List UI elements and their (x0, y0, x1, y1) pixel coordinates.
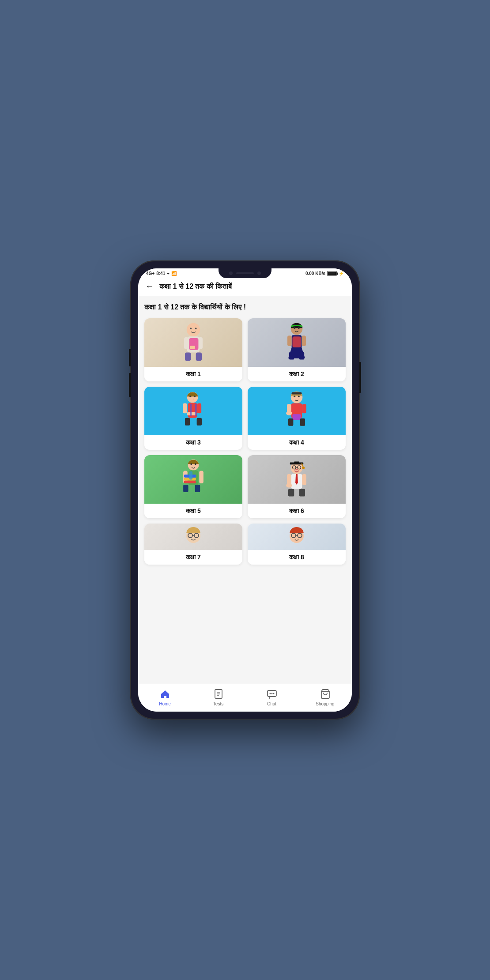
svg-point-65 (286, 483, 292, 488)
svg-rect-32 (292, 392, 302, 395)
class-8-label: कक्षा 8 (248, 550, 346, 565)
class-8-image (248, 524, 346, 550)
app-header: ← कक्षा 1 से 12 तक की किताबें (138, 278, 352, 296)
svg-rect-21 (183, 403, 187, 414)
nav-home[interactable]: Home (138, 687, 192, 708)
class-card-2[interactable]: कक्षा 2 (248, 318, 346, 381)
class-grid-row-4: कक्षा 7 कक्षा 8 (144, 524, 346, 565)
svg-rect-6 (196, 353, 202, 361)
phone-notch (219, 268, 271, 278)
class-7-image (144, 524, 242, 550)
svg-point-9 (195, 328, 197, 330)
battery-fill (328, 272, 336, 275)
svg-rect-39 (300, 418, 305, 426)
class-3-label: कक्षा 3 (144, 435, 242, 450)
nav-shopping[interactable]: Shopping (298, 687, 352, 708)
svg-point-8 (190, 328, 192, 330)
class-5-label: कक्षा 5 (144, 504, 242, 518)
speed-indicator: 0.00 KB/s (305, 271, 325, 276)
svg-rect-38 (288, 418, 293, 426)
svg-rect-37 (292, 415, 301, 420)
svg-point-53 (195, 464, 196, 465)
nav-tests[interactable]: Tests (192, 687, 245, 708)
svg-point-17 (294, 328, 295, 329)
svg-rect-7 (190, 346, 195, 350)
class-6-label: कक्षा 6 (248, 504, 346, 518)
svg-rect-51 (195, 485, 200, 492)
shopping-icon (320, 689, 331, 701)
class-5-image (144, 455, 242, 504)
content-area: कक्षा 1 से 12 तक के विद्यार्थियों के लिए… (138, 296, 352, 684)
shopping-label: Shopping (316, 701, 334, 706)
class-1-label: कक्षा 1 (144, 367, 242, 381)
svg-rect-69 (295, 470, 298, 471)
svg-point-68 (294, 469, 299, 473)
chat-icon (267, 689, 277, 701)
tests-label: Tests (213, 701, 223, 706)
status-right: 0.00 KB/s ⚡ (305, 271, 344, 276)
svg-rect-24 (190, 404, 192, 417)
class-7-label: कक्षा 7 (144, 550, 242, 565)
svg-rect-15 (289, 352, 294, 360)
svg-rect-16 (299, 352, 304, 360)
svg-rect-13 (302, 336, 306, 347)
class-4-label: कक्षा 4 (248, 435, 346, 450)
home-label: Home (159, 701, 171, 706)
class-card-4[interactable]: कक्षा 4 (248, 387, 346, 450)
class-card-6[interactable]: कक्षा 6 (248, 455, 346, 518)
section-title: कक्षा 1 से 12 तक के विद्यार्थियों के लिए… (144, 302, 346, 312)
svg-point-40 (294, 396, 295, 398)
phone-frame: 4G+ 8:41 ⌁ 📶 0.00 KB/s ⚡ ← कक्षा 1 से 12… (130, 260, 360, 720)
svg-rect-45 (199, 471, 204, 484)
svg-point-83 (269, 693, 271, 694)
class-3-image (144, 387, 242, 435)
svg-rect-26 (185, 418, 190, 426)
chat-label: Chat (267, 701, 276, 706)
svg-rect-64 (302, 474, 306, 485)
camera-dot (229, 271, 233, 275)
phone-screen: 4G+ 8:41 ⌁ 📶 0.00 KB/s ⚡ ← कक्षा 1 से 12… (138, 268, 352, 712)
class-grid-row-3: कक्षा 5 (144, 455, 346, 518)
nav-chat[interactable]: Chat (245, 687, 298, 708)
svg-rect-3 (198, 337, 203, 349)
svg-point-18 (298, 328, 300, 329)
svg-point-30 (193, 399, 194, 400)
volume-up-button (129, 349, 131, 366)
class-card-8[interactable]: कक्षा 8 (248, 524, 346, 565)
battery-bolt: ⚡ (339, 271, 344, 276)
svg-rect-23 (197, 403, 202, 414)
svg-rect-2 (184, 337, 188, 349)
svg-point-58 (302, 467, 305, 469)
svg-rect-25 (195, 404, 197, 417)
svg-rect-22 (187, 412, 196, 416)
class-4-image (248, 387, 346, 435)
page-title: कक्षा 1 से 12 तक की किताबें (159, 283, 232, 290)
usb-icon: ⌁ (167, 271, 170, 276)
svg-rect-12 (287, 336, 292, 347)
wifi-icon: 📶 (171, 271, 177, 276)
signal-icon: 4G+ (146, 271, 155, 276)
svg-rect-5 (185, 353, 191, 361)
class-6-image (248, 455, 346, 504)
volume-down-button (129, 373, 131, 397)
class-card-1[interactable]: कक्षा 1 (144, 318, 242, 381)
class-card-5[interactable]: कक्षा 5 (144, 455, 242, 518)
svg-rect-46 (184, 481, 196, 484)
battery-icon (327, 271, 337, 276)
class-2-label: कक्षा 2 (248, 367, 346, 381)
time-display: 8:41 (156, 271, 165, 276)
svg-point-28 (189, 396, 191, 398)
svg-rect-36 (302, 404, 306, 414)
back-button[interactable]: ← (145, 281, 154, 291)
class-grid-row-1: कक्षा 1 (144, 318, 346, 381)
svg-point-84 (271, 693, 272, 694)
svg-rect-14 (292, 337, 301, 348)
home-icon (160, 689, 170, 701)
svg-point-41 (298, 396, 300, 398)
svg-point-52 (190, 464, 192, 465)
svg-rect-67 (299, 489, 305, 497)
class-card-3[interactable]: कक्षा 3 (144, 387, 242, 450)
svg-point-85 (273, 693, 274, 694)
svg-rect-56 (294, 462, 299, 464)
class-card-7[interactable]: कक्षा 7 (144, 524, 242, 565)
